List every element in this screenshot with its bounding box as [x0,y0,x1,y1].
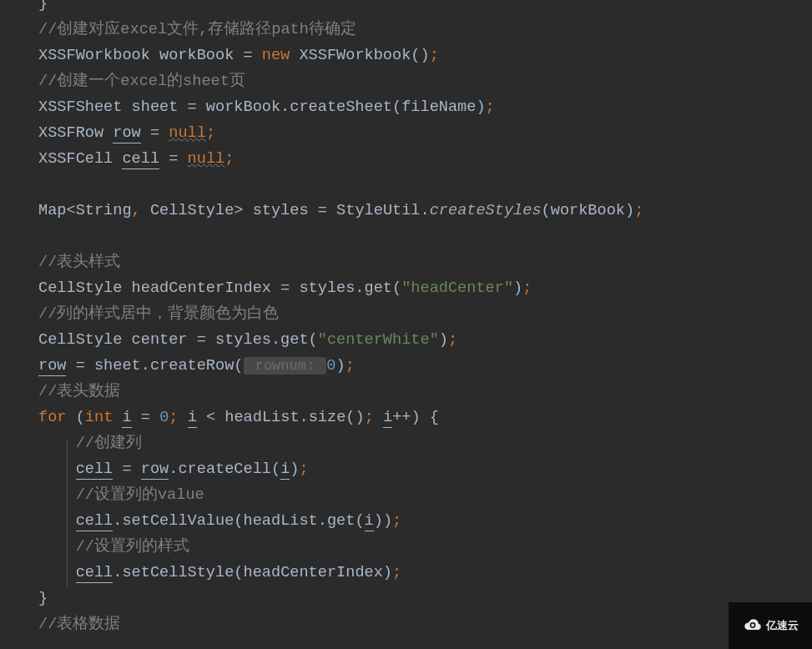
code-comment: //设置列的value [76,486,204,504]
code-line: CellStyle headCenterIndex = styles.get("… [38,279,532,297]
code-comment: //创建对应excel文件,存储路径path待确定 [38,21,356,38]
parameter-hint: rownum: [244,357,327,375]
code-comment: //创建一个excel的sheet页 [38,73,245,90]
code-comment: //创建列 [76,435,142,452]
code-line: Map<String, CellStyle> styles = StyleUti… [38,202,643,219]
code-line: XSSFRow row = null; [38,124,215,143]
code-editor[interactable]: } //创建对应excel文件,存储路径path待确定 XSSFWorkbook… [0,0,812,637]
code-comment: //表头数据 [38,383,120,400]
code-comment: //设置列的样式 [76,538,189,556]
code-line: XSSFSheet sheet = workBook.createSheet(f… [38,98,495,116]
code-line: for (int i = 0; i < headList.size(); i++… [38,409,439,428]
code-line: CellStyle center = styles.get("centerWhi… [38,331,457,349]
code-line: } [38,0,48,13]
code-line: row = sheet.createRow( rownum: 0); [38,357,355,375]
code-comment: //表格数据 [38,616,120,633]
code-comment: //表头样式 [38,254,120,271]
code-comment: //列的样式居中，背景颜色为白色 [38,305,279,323]
code-line: cell.setCellValue(headList.get(i)); [76,512,402,531]
code-line: cell = row.createCell(i); [76,460,309,480]
watermark-text: 亿速云 [766,618,799,633]
watermark-badge: 亿速云 [729,602,812,649]
cloud-icon [743,616,763,636]
code-line: XSSFWorkbook workBook = new XSSFWorkbook… [38,47,439,64]
indent-guide [67,439,68,587]
code-line: XSSFCell cell = null; [38,150,234,169]
code-line: cell.setCellStyle(headCenterIndex); [76,564,402,583]
code-line: } [38,590,48,607]
